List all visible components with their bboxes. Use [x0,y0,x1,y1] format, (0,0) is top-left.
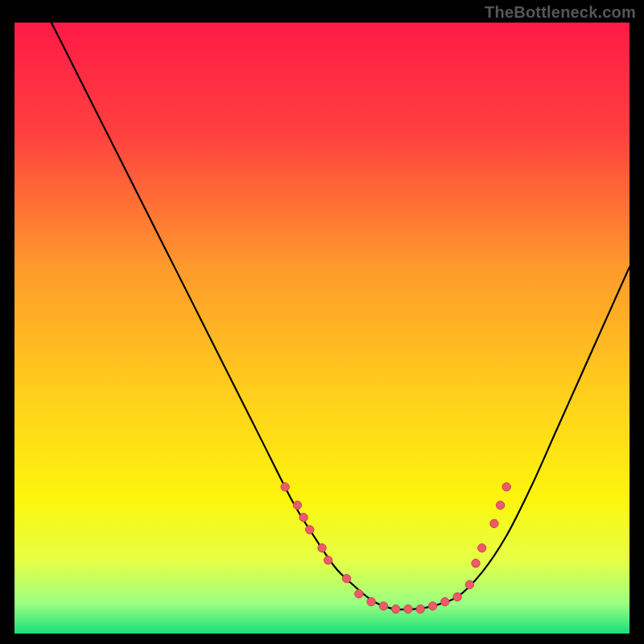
data-marker [477,544,485,552]
data-marker [318,544,326,552]
watermark-text: TheBottleneck.com [485,3,636,22]
data-marker [502,483,510,491]
data-marker [490,519,498,527]
data-marker [281,483,289,491]
data-marker [416,605,424,613]
data-marker [496,501,504,509]
data-marker [453,592,461,601]
data-marker [355,589,363,597]
chart-plot-area [14,23,630,634]
data-marker [367,597,375,605]
data-marker [324,556,332,564]
chart-svg [14,23,630,634]
data-marker [391,605,399,613]
data-marker [404,605,412,613]
data-marker [441,597,449,605]
data-marker [428,602,436,610]
data-marker [342,574,350,582]
data-marker [379,602,387,610]
data-marker [293,501,301,509]
data-marker [465,580,473,588]
data-marker [472,559,480,568]
data-marker [299,514,308,522]
data-marker [306,526,314,534]
background-gradient [14,23,630,634]
